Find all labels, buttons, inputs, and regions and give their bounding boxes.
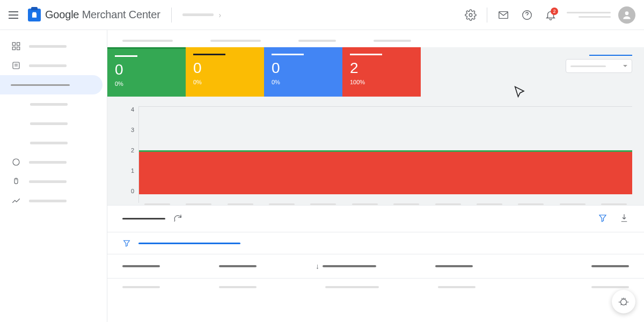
x-tick bbox=[393, 203, 419, 205]
chart-container: 4 3 2 1 0 bbox=[107, 97, 644, 205]
svg-point-0 bbox=[469, 13, 472, 17]
feedback-bug-button[interactable] bbox=[612, 290, 635, 313]
sidebar-item-diagnostics[interactable] bbox=[0, 75, 103, 94]
metric-pct: 0% bbox=[272, 79, 335, 85]
x-tick bbox=[269, 203, 295, 205]
merchant-center-logo-icon bbox=[28, 9, 41, 21]
tab-item[interactable] bbox=[298, 40, 336, 42]
metric-card-pending[interactable]: 0 0% bbox=[186, 47, 264, 97]
metric-card-expiring[interactable]: 0 0% bbox=[264, 47, 342, 97]
cell bbox=[219, 286, 257, 288]
chart-y-axis: 4 3 2 1 0 bbox=[119, 106, 138, 203]
metric-card-disapproved[interactable]: 2 100% bbox=[342, 47, 421, 97]
x-tick bbox=[477, 203, 502, 205]
y-tick: 4 bbox=[131, 106, 134, 113]
tab-item[interactable] bbox=[122, 40, 173, 42]
account-switcher[interactable] bbox=[567, 12, 611, 18]
y-tick: 1 bbox=[131, 167, 134, 174]
table-toolbar bbox=[107, 205, 644, 232]
refresh-icon[interactable] bbox=[173, 213, 182, 224]
column-header[interactable] bbox=[122, 262, 160, 270]
settings-icon[interactable] bbox=[460, 4, 481, 26]
column-header[interactable] bbox=[591, 262, 629, 270]
app-title: Google Merchant Center bbox=[45, 9, 160, 21]
metric-value: 0 bbox=[115, 62, 178, 77]
column-header-sorted[interactable]: ↓ bbox=[316, 262, 376, 270]
x-tick bbox=[601, 203, 627, 205]
x-tick bbox=[144, 203, 170, 205]
sidebar-item-performance[interactable] bbox=[0, 191, 107, 210]
header-actions: 2 bbox=[460, 4, 635, 26]
chart-x-axis bbox=[139, 203, 632, 205]
sidebar-item-feeds[interactable] bbox=[0, 152, 107, 172]
sidebar-item-label bbox=[29, 200, 67, 202]
body: 0 0% 0 0% 0 0% 2 100% bbox=[0, 30, 644, 322]
circle-icon bbox=[11, 157, 21, 167]
user-avatar[interactable] bbox=[618, 6, 635, 24]
svg-rect-5 bbox=[17, 42, 20, 45]
column-header[interactable] bbox=[219, 262, 257, 270]
chart-tab-indicator bbox=[589, 55, 632, 56]
status-chart: 4 3 2 1 0 bbox=[119, 106, 632, 203]
sidebar-item-label bbox=[30, 103, 68, 106]
trend-icon bbox=[11, 195, 21, 206]
x-tick bbox=[560, 203, 586, 205]
svg-point-11 bbox=[13, 159, 19, 165]
mail-icon[interactable] bbox=[493, 4, 514, 26]
chart-plot-area[interactable] bbox=[138, 106, 632, 203]
filter-bar[interactable] bbox=[107, 232, 644, 254]
cell bbox=[325, 286, 379, 288]
download-icon[interactable] bbox=[619, 213, 629, 224]
sidebar-item-label bbox=[29, 45, 67, 48]
card-label-bar bbox=[272, 54, 304, 55]
sidebar bbox=[0, 30, 107, 322]
sidebar-item-sub-1[interactable] bbox=[0, 94, 107, 114]
filter-icon[interactable] bbox=[598, 213, 608, 224]
main-content: 0 0% 0 0% 0 0% 2 100% bbox=[107, 30, 644, 322]
tab-item[interactable] bbox=[374, 40, 411, 42]
menu-icon[interactable] bbox=[9, 9, 21, 21]
metric-pct: 0% bbox=[193, 79, 257, 85]
table-title bbox=[122, 218, 165, 219]
table-row[interactable] bbox=[107, 278, 644, 296]
destination-select[interactable] bbox=[566, 59, 632, 73]
notifications-icon[interactable]: 2 bbox=[540, 4, 561, 26]
x-tick bbox=[352, 203, 378, 205]
cell bbox=[591, 286, 629, 288]
sidebar-item-products[interactable] bbox=[0, 56, 107, 75]
sidebar-item-sub-2[interactable] bbox=[0, 114, 107, 133]
metric-value: 2 bbox=[350, 61, 413, 76]
app-title-google: Google bbox=[45, 9, 79, 20]
header-divider bbox=[487, 8, 487, 23]
card-label-bar bbox=[193, 54, 225, 55]
sidebar-item-label bbox=[11, 84, 70, 86]
tab-item[interactable] bbox=[210, 40, 261, 42]
x-tick bbox=[310, 203, 336, 205]
sidebar-item-label bbox=[29, 64, 67, 67]
x-tick bbox=[518, 203, 544, 205]
dashboard-icon bbox=[11, 41, 21, 52]
metric-cards: 0 0% 0 0% 0 0% 2 100% bbox=[107, 47, 644, 97]
column-header[interactable] bbox=[435, 262, 473, 270]
y-tick: 0 bbox=[131, 188, 134, 194]
sidebar-item-sub-3[interactable] bbox=[0, 133, 107, 152]
y-tick: 2 bbox=[131, 147, 134, 153]
app-header: Google Merchant Center › 2 bbox=[0, 0, 644, 30]
svg-rect-1 bbox=[499, 11, 508, 18]
x-tick bbox=[228, 203, 253, 205]
table-actions bbox=[598, 213, 629, 224]
notification-badge: 2 bbox=[551, 8, 558, 15]
sidebar-item-overview[interactable] bbox=[0, 36, 107, 56]
list-icon bbox=[11, 60, 21, 71]
sort-down-icon: ↓ bbox=[316, 262, 319, 270]
svg-rect-8 bbox=[13, 62, 19, 69]
breadcrumb[interactable]: › bbox=[182, 11, 222, 19]
help-icon[interactable] bbox=[516, 4, 538, 26]
cell bbox=[438, 286, 475, 288]
sidebar-item-shipping[interactable] bbox=[0, 172, 107, 191]
x-tick bbox=[186, 203, 211, 205]
metric-card-active[interactable]: 0 0% bbox=[107, 47, 186, 97]
card-label-bar bbox=[115, 55, 137, 57]
breadcrumb-item[interactable] bbox=[182, 13, 214, 16]
chart-fill-disapproved bbox=[139, 150, 632, 194]
